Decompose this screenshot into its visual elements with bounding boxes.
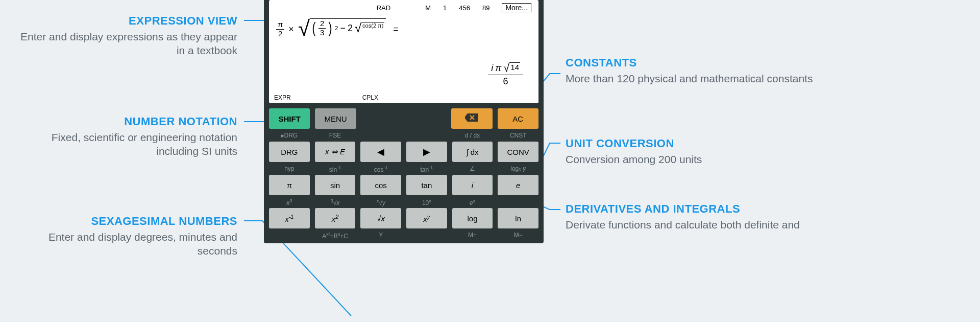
xswape-button[interactable]: x ⇔ E [315,142,356,162]
callout-body: Enter and display degrees, minutes and s… [13,230,237,258]
two: 2 [348,23,353,34]
calculator: RAD M 1 456 89 More... π 2 × √ ( [264,0,544,243]
shift-button[interactable]: SHIFT [269,108,310,129]
xinv-button[interactable]: x-1 [269,208,310,228]
sub-quadratic: Ax²+Bx+C [315,232,356,241]
cos-button[interactable]: cos [360,175,401,195]
callout-expression-view: EXPRESSION VIEW Enter and display expres… [13,14,237,58]
status-d89: 89 [482,4,489,12]
sub-ex: ex [452,198,493,208]
sub-Y: Y [360,232,401,241]
callout-title: SEXAGESIMAL NUMBERS [13,215,237,228]
status-d1: 1 [443,4,447,12]
status-d456: 456 [459,4,470,12]
spacer [361,108,446,129]
e-button[interactable]: e [498,175,538,195]
sub-empty [269,232,310,241]
frac-pi-2: π 2 [276,20,284,38]
sub-empty [406,132,447,142]
sub-atan: tan-1 [406,165,447,175]
right-button[interactable]: ▶ [406,142,447,162]
sub-nroot: x√y [360,198,401,208]
more-button[interactable]: More... [502,3,531,12]
sub-ddx: d / dx [452,132,493,142]
callout-unit-conversion: UNIT CONVERSION Conversion among 200 uni… [566,137,821,166]
sin-button[interactable]: sin [315,175,356,195]
callout-title: DERIVATIVES AND INTEGRALS [566,202,821,216]
menu-button[interactable]: MENU [315,108,356,129]
callout-title: EXPRESSION VIEW [13,14,237,28]
xy-button[interactable]: xy [406,208,447,228]
display-bottom: EXPR CPLX [274,94,533,101]
expression: π 2 × √ ( 2 3 ) 2 − 2 [274,15,533,40]
sub-drg: ▸DRG [269,132,310,142]
sqrt-button[interactable]: √x [360,208,401,228]
callout-constants: CONSTANTS More than 120 physical and mat… [566,56,821,85]
callout-title: UNIT CONVERSION [566,137,821,150]
sub-empty [498,198,538,208]
mode-cplx: CPLX [362,94,378,101]
callout-sexagesimal: SEXAGESIMAL NUMBERS Enter and display de… [13,215,237,258]
callout-title: CONSTANTS [566,56,821,70]
callout-body: Derivate functions and calculate both de… [566,218,821,232]
keypad: SHIFT MENU AC ▸DRG FSE d / dx CNST DRG x… [269,103,538,241]
sub-Mplus: M+ [452,232,493,241]
times: × [288,24,294,35]
equals: = [393,24,399,35]
sub-x3: x3 [269,198,310,208]
backspace-icon [465,113,478,122]
minus: − [340,23,346,34]
tan-button[interactable]: tan [406,175,447,195]
log-button[interactable]: log [452,208,493,228]
status-m: M [425,4,431,12]
sub-cbrt: 3√x [315,198,356,208]
outer-sqrt: √ ( 2 3 ) 2 − 2 √ cos(2 π) [298,18,386,40]
conv-button[interactable]: CONV [498,142,538,162]
left-button[interactable]: ◀ [360,142,401,162]
i-button[interactable]: i [452,175,493,195]
inner-sqrt: √ cos(2 π) [355,22,384,34]
sub-angle: ∠ [452,165,493,175]
sub-10x: 10x [406,198,447,208]
callout-body: More than 120 physical and mathematical … [566,72,821,85]
result: i π √ 14 6 [488,61,523,88]
sub-logxy: logx y [498,165,538,175]
x2-button[interactable]: x2 [315,208,356,228]
callout-number-notation: NUMBER NOTATION Fixed, scientific or eng… [13,115,237,158]
sub-asin: sin-1 [315,165,356,175]
drg-button[interactable]: DRG [269,142,310,162]
sub-Mminus: M− [498,232,538,241]
ln-button[interactable]: ln [498,208,538,228]
sub-hyp: hyp [269,165,310,175]
mode-expr: EXPR [274,94,291,101]
callout-title: NUMBER NOTATION [13,115,237,128]
ac-button[interactable]: AC [498,108,538,129]
status-bar: RAD M 1 456 89 More... [274,3,533,12]
result-sqrt: √ 14 [503,62,520,74]
pi-button[interactable]: π [269,175,310,195]
sub-empty [406,232,447,241]
sub-acos: cos-1 [360,165,401,175]
callout-body: Conversion among 200 units [566,152,821,166]
integral-button[interactable]: ∫ dx [452,142,493,162]
sub-fse: FSE [315,132,356,142]
frac-2-3: 2 3 [318,19,326,37]
display: RAD M 1 456 89 More... π 2 × √ ( [269,0,538,103]
sub-cnst: CNST [498,132,538,142]
callout-derivatives: DERIVATIVES AND INTEGRALS Derivate funct… [566,202,821,232]
callout-body: Fixed, scientific or engineering notatio… [13,130,237,158]
sub-empty [360,132,401,142]
backspace-button[interactable] [451,108,492,129]
status-rad: RAD [377,4,390,12]
callout-body: Enter and display expressions as they ap… [13,30,237,58]
